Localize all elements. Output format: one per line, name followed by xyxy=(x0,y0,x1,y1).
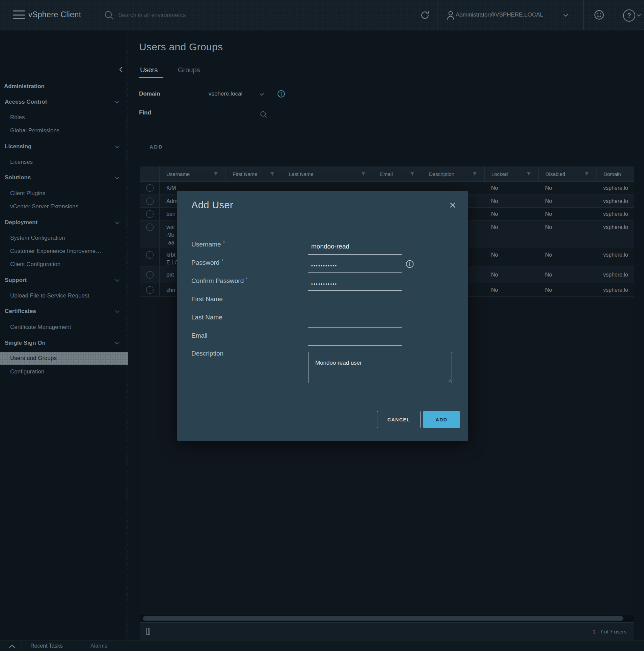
column-header-disabled[interactable]: Disabled xyxy=(538,166,596,181)
cell-locked: No xyxy=(484,182,538,194)
user-avatar-icon xyxy=(445,9,456,21)
help-icon[interactable]: ? xyxy=(623,9,635,22)
tabs-divider xyxy=(139,78,634,78)
domain-label: Domain xyxy=(139,90,160,97)
sidebar-resize-handle[interactable] xyxy=(126,30,128,651)
cell-domain: vsphere.lo xyxy=(596,182,634,194)
filter-icon[interactable] xyxy=(473,172,477,176)
logged-in-user-menu[interactable]: Administrator@VSPHERE.LOCAL xyxy=(456,11,543,18)
find-input-underline[interactable] xyxy=(207,119,271,119)
vsphere-client-screen: vSphere Client Administrator@VSPHERE.LOC… xyxy=(0,0,644,651)
sidebar-item-certificate-management[interactable]: Certificate Management xyxy=(0,321,128,334)
refresh-icon[interactable] xyxy=(420,10,430,21)
info-icon[interactable] xyxy=(405,259,414,269)
cell-domain: vsphere.lo xyxy=(596,195,634,207)
row-radio[interactable] xyxy=(146,210,154,218)
cell-locked: No xyxy=(484,266,538,283)
required-marker: * xyxy=(246,277,247,282)
sidebar-item-configuration[interactable]: Configuration xyxy=(0,365,128,378)
column-header-email[interactable]: Email xyxy=(373,166,422,181)
chevron-down-icon[interactable] xyxy=(259,93,264,96)
sidebar-item-vcenter-server-extensions[interactable]: vCenter Server Extensions xyxy=(0,200,128,213)
row-radio[interactable] xyxy=(146,251,154,259)
chevron-down-icon xyxy=(115,176,119,179)
cell-domain: vsphere.lo xyxy=(596,220,634,248)
bottombar-divider xyxy=(22,641,22,651)
description-textarea[interactable]: Mondoo read user xyxy=(308,352,452,383)
row-radio[interactable] xyxy=(146,286,154,294)
description-label: Description xyxy=(191,350,223,357)
row-radio[interactable] xyxy=(146,224,154,231)
cell-locked: No xyxy=(484,195,538,207)
page-title: Users and Groups xyxy=(139,41,223,53)
filter-icon[interactable] xyxy=(585,172,589,176)
column-header-last-name[interactable]: Last Name xyxy=(282,166,373,181)
password-underline xyxy=(308,272,402,273)
sidebar-item-licenses[interactable]: Licenses xyxy=(0,156,128,168)
tab-groups[interactable]: Groups xyxy=(178,66,200,74)
sidebar-item-client-plugins[interactable]: Client Plugins xyxy=(0,187,128,200)
alarms-tab[interactable]: Alarms xyxy=(90,643,107,649)
cancel-button[interactable]: CANCEL xyxy=(377,411,421,428)
add-user-button[interactable]: ADD xyxy=(150,144,163,150)
select-column-header xyxy=(140,166,159,181)
sidebar-item-customer-experience[interactable]: Customer Experience Improveme… xyxy=(0,245,128,258)
feedback-smiley-icon[interactable] xyxy=(593,9,605,21)
username-field[interactable]: mondoo-read xyxy=(308,243,402,253)
filter-icon[interactable] xyxy=(410,172,414,176)
sidebar-section-single-sign-on[interactable]: Single Sign On xyxy=(5,337,126,349)
sidebar-item-roles[interactable]: Roles xyxy=(0,111,128,124)
sidebar-item-users-and-groups[interactable]: Users and Groups xyxy=(0,352,128,365)
scrollbar-thumb[interactable] xyxy=(143,616,623,621)
top-bar: vSphere Client Administrator@VSPHERE.LOC… xyxy=(0,0,644,30)
sidebar-section-access-control[interactable]: Access Control xyxy=(5,96,126,108)
horizontal-scrollbar[interactable] xyxy=(140,615,634,622)
info-icon[interactable] xyxy=(277,89,286,98)
row-radio[interactable] xyxy=(146,198,154,205)
recent-tasks-tab[interactable]: Recent Tasks xyxy=(30,643,63,649)
last-name-field[interactable] xyxy=(308,316,402,327)
column-header-username[interactable]: Username xyxy=(159,166,225,181)
cell-domain: vsphere.lo xyxy=(596,248,634,266)
password-field[interactable]: ••••••••••• xyxy=(308,260,402,270)
column-header-domain[interactable]: Domain xyxy=(596,166,634,181)
chevron-down-icon[interactable] xyxy=(637,14,641,17)
last-name-label: Last Name xyxy=(191,314,222,321)
confirm-password-field[interactable]: ••••••••••• xyxy=(308,279,402,289)
sidebar-section-certificates[interactable]: Certificates xyxy=(5,305,126,318)
search-input[interactable] xyxy=(117,9,308,22)
sidebar-item-system-configuration[interactable]: System Configuration xyxy=(0,232,128,244)
column-header-locked[interactable]: Locked xyxy=(484,166,538,181)
chevron-up-icon[interactable] xyxy=(9,644,16,648)
column-picker-icon[interactable] xyxy=(145,627,153,635)
sidebar-item-upload-file[interactable]: Upload File to Service Request xyxy=(0,289,128,302)
sidebar-item-client-configuration[interactable]: Client Configuration xyxy=(0,258,128,271)
filter-icon[interactable] xyxy=(361,172,366,176)
filter-icon[interactable] xyxy=(270,172,274,176)
sidebar-section-deployment[interactable]: Deployment xyxy=(5,216,126,229)
sidebar-section-solutions[interactable]: Solutions xyxy=(5,171,126,184)
tab-users[interactable]: Users xyxy=(140,66,158,74)
email-field[interactable] xyxy=(308,335,402,345)
find-label: Find xyxy=(139,109,151,116)
confirm-password-underline xyxy=(308,290,402,291)
chevron-down-icon xyxy=(115,342,119,345)
column-header-description[interactable]: Description xyxy=(422,166,484,181)
bottom-panel-bar: Recent Tasks Alarms xyxy=(0,641,644,651)
first-name-field[interactable] xyxy=(308,298,402,308)
filter-icon[interactable] xyxy=(527,172,531,176)
resize-handle-icon[interactable] xyxy=(447,379,451,382)
sidebar-item-global-permissions[interactable]: Global Permissions xyxy=(0,124,128,137)
sidebar-section-licensing[interactable]: Licensing xyxy=(5,140,126,153)
domain-select[interactable]: vsphere.local xyxy=(209,90,242,97)
add-button[interactable]: ADD xyxy=(423,411,460,428)
column-header-first-name[interactable]: First Name xyxy=(225,166,282,181)
sidebar-section-support[interactable]: Support xyxy=(5,274,126,287)
close-icon[interactable]: ✕ xyxy=(449,201,456,210)
admin-sidebar: Administration Access Control Roles Glob… xyxy=(0,30,128,651)
row-radio[interactable] xyxy=(146,184,154,192)
row-radio[interactable] xyxy=(146,271,154,279)
filter-icon[interactable] xyxy=(214,172,218,176)
hamburger-menu-icon[interactable] xyxy=(13,10,25,19)
sidebar-collapse-icon[interactable] xyxy=(119,66,123,73)
